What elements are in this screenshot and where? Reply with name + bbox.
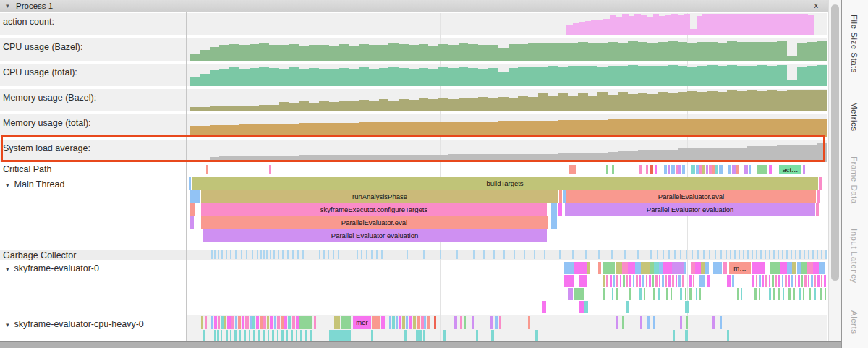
thread-skyframe-evaluator-cpu-heavy-0[interactable]: ▾skyframe-evaluator-cpu-heavy-0	[6, 319, 144, 329]
trace-slice[interactable]	[813, 262, 819, 274]
gc-tick[interactable]	[611, 250, 613, 259]
gc-tick[interactable]	[211, 250, 213, 259]
gc-tick[interactable]	[778, 250, 779, 259]
trace-slice[interactable]	[757, 165, 767, 174]
gc-tick[interactable]	[319, 250, 320, 259]
trace-slice[interactable]	[650, 165, 653, 174]
trace-slice[interactable]	[691, 165, 695, 174]
trace-slice[interactable]	[662, 275, 664, 287]
thread-main-thread[interactable]: ▾Main Thread	[6, 179, 64, 190]
trace-slice[interactable]	[628, 262, 635, 274]
gc-tick[interactable]	[720, 250, 722, 259]
trace-slice[interactable]	[221, 330, 222, 341]
trace-slice[interactable]	[799, 288, 801, 300]
trace-slice[interactable]	[629, 288, 631, 300]
tab-metrics[interactable]: Metrics	[850, 102, 859, 132]
trace-slice[interactable]	[803, 288, 804, 300]
gc-tick[interactable]	[786, 250, 788, 259]
trace-slice[interactable]	[658, 288, 660, 300]
gc-tick[interactable]	[637, 250, 639, 259]
trace-slice[interactable]	[211, 316, 213, 329]
trace-slice[interactable]	[227, 316, 231, 329]
trace-slice[interactable]	[371, 330, 373, 341]
trace-slice[interactable]	[709, 165, 712, 174]
trace-canvas[interactable]: action count:CPU usage (Bazel):CPU usage…	[0, 0, 828, 348]
gc-tick[interactable]	[715, 250, 716, 259]
trace-slice[interactable]	[626, 275, 628, 287]
trace-slice[interactable]	[752, 275, 754, 287]
gc-tick[interactable]	[273, 250, 275, 259]
trace-slice[interactable]	[218, 316, 220, 329]
gc-tick[interactable]	[270, 250, 271, 259]
trace-slice[interactable]	[652, 275, 654, 287]
trace-slice[interactable]	[551, 203, 557, 216]
tab-file-size-stats[interactable]: File Size Stats	[850, 14, 859, 73]
trace-slice[interactable]	[616, 316, 618, 329]
trace-slice[interactable]	[310, 330, 312, 341]
trace-slice[interactable]	[623, 275, 625, 287]
trace-slice[interactable]	[788, 275, 790, 287]
trace-slice[interactable]	[542, 301, 546, 313]
trace-slice[interactable]	[676, 275, 677, 287]
trace-slice[interactable]	[396, 316, 398, 329]
trace-slice[interactable]	[649, 275, 651, 287]
gc-tick[interactable]	[765, 250, 766, 259]
trace-slice[interactable]	[639, 288, 642, 300]
gc-tick[interactable]	[726, 250, 727, 259]
trace-slice[interactable]	[490, 316, 493, 329]
gc-tick[interactable]	[680, 250, 681, 259]
trace-slice-labeled[interactable]: ParallelEvaluator.eval	[566, 190, 816, 203]
trace-slice[interactable]	[732, 275, 734, 287]
gc-tick[interactable]	[739, 250, 740, 259]
trace-slice[interactable]	[809, 288, 811, 300]
trace-slice[interactable]	[814, 288, 816, 300]
trace-slice[interactable]	[606, 275, 608, 287]
gc-tick[interactable]	[241, 250, 242, 259]
trace-slice[interactable]	[291, 330, 293, 341]
gc-tick[interactable]	[585, 250, 587, 259]
gc-tick[interactable]	[278, 250, 279, 259]
trace-slice[interactable]	[622, 316, 624, 329]
trace-slice-labeled[interactable]: Parallel Evaluator evaluation	[565, 203, 815, 216]
gc-tick[interactable]	[657, 250, 658, 259]
gc-tick[interactable]	[598, 250, 600, 259]
trace-slice[interactable]	[423, 330, 425, 341]
trace-slice[interactable]	[754, 288, 757, 300]
trace-slice[interactable]	[190, 190, 200, 203]
gc-tick[interactable]	[791, 250, 792, 259]
trace-slice[interactable]	[744, 165, 748, 174]
trace-slice[interactable]	[655, 165, 657, 174]
trace-slice[interactable]	[281, 316, 284, 329]
counter-chart-mem-bazel[interactable]	[0, 89, 828, 111]
trace-slice[interactable]	[226, 330, 228, 341]
gc-tick[interactable]	[752, 250, 753, 259]
trace-slice[interactable]	[821, 275, 822, 287]
trace-slice[interactable]	[707, 275, 710, 287]
trace-slice[interactable]	[793, 288, 795, 300]
gc-tick[interactable]	[812, 250, 814, 259]
gc-tick[interactable]	[799, 250, 801, 259]
gc-tick[interactable]	[730, 250, 731, 259]
trace-slice-labeled[interactable]: act…	[779, 165, 801, 174]
trace-slice[interactable]	[616, 275, 618, 287]
trace-slice[interactable]	[409, 316, 412, 329]
trace-slice[interactable]	[603, 275, 605, 287]
trace-slice[interactable]	[819, 177, 822, 190]
trace-slice[interactable]	[668, 275, 671, 287]
trace-slice-labeled[interactable]: buildTargets	[192, 177, 818, 190]
gc-tick[interactable]	[221, 250, 223, 259]
gc-tick[interactable]	[650, 250, 652, 259]
gc-tick[interactable]	[357, 250, 358, 259]
gc-tick[interactable]	[663, 250, 664, 259]
gc-tick[interactable]	[760, 250, 762, 259]
trace-slice[interactable]	[803, 165, 805, 174]
trace-slice[interactable]	[702, 165, 705, 174]
trace-slice[interactable]	[696, 288, 697, 300]
trace-slice[interactable]	[671, 165, 675, 174]
trace-slice[interactable]	[778, 275, 780, 287]
trace-slice[interactable]	[759, 288, 760, 300]
trace-slice[interactable]	[801, 262, 807, 274]
gc-tick[interactable]	[734, 250, 736, 259]
trace-slice[interactable]	[244, 330, 246, 341]
trace-slice[interactable]	[663, 262, 672, 274]
